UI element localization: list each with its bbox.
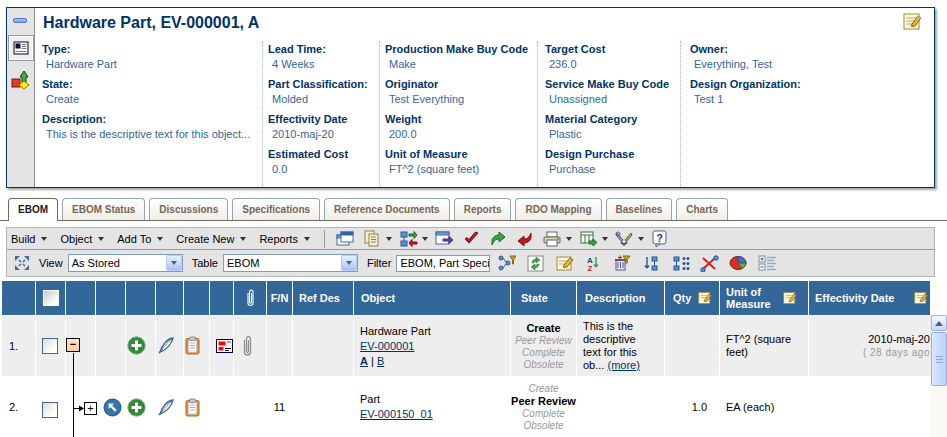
- header-fn[interactable]: F/N: [266, 281, 292, 315]
- filter-input[interactable]: EBOM, Part Specif: [396, 255, 490, 272]
- header-qty[interactable]: Qty: [664, 281, 719, 315]
- select-dropdown-button[interactable]: [166, 255, 182, 271]
- state-cell: Create Peer Review Complete Obsolete: [510, 377, 576, 437]
- field-value: 200.0: [385, 128, 535, 140]
- select-all-checkbox[interactable]: [43, 290, 59, 306]
- remove-filter-icon[interactable]: [612, 253, 633, 273]
- field-label: State:: [42, 78, 257, 90]
- state-other: Create: [511, 383, 576, 395]
- menu-reports[interactable]: Reports: [259, 233, 310, 245]
- promote-icon[interactable]: [10, 68, 32, 90]
- view-label: View: [39, 257, 63, 269]
- expand-node-toggle[interactable]: +: [84, 402, 97, 415]
- chart-icon[interactable]: [728, 253, 749, 273]
- tab-rdo-mapping[interactable]: RDO Mapping: [515, 198, 601, 220]
- chevron-down-icon[interactable]: [602, 237, 608, 241]
- tools-icon[interactable]: [614, 229, 635, 249]
- chevron-down-icon: [98, 237, 104, 241]
- export-table-icon[interactable]: [578, 229, 599, 249]
- chevron-down-icon[interactable]: [566, 237, 572, 241]
- export-window-icon[interactable]: [434, 229, 455, 249]
- scrollbar-thumb[interactable]: [931, 332, 947, 386]
- row-checkbox[interactable]: [42, 402, 58, 418]
- header-uom[interactable]: Unit of Measure: [719, 281, 808, 315]
- disconnect-icon[interactable]: [699, 253, 720, 273]
- print-icon[interactable]: [542, 229, 563, 249]
- tab-ebom[interactable]: EBOM: [8, 198, 58, 221]
- clipboard-icon[interactable]: [183, 398, 202, 419]
- menu-create-new[interactable]: Create New: [176, 233, 246, 245]
- properties-button[interactable]: [9, 36, 33, 60]
- state-other: Complete: [511, 347, 576, 359]
- add-icon[interactable]: [127, 398, 146, 419]
- expand-all-icon[interactable]: [11, 253, 32, 273]
- state-current: Create: [511, 322, 576, 335]
- edit-column-icon[interactable]: [783, 291, 797, 305]
- header-ref-des[interactable]: Ref Des: [292, 281, 353, 315]
- sort-structure-icon[interactable]: [641, 253, 662, 273]
- svg-text:?: ?: [657, 232, 664, 244]
- object-type: Part: [360, 392, 433, 407]
- header-object[interactable]: Object: [353, 281, 510, 315]
- field-value: 4 Weeks: [268, 58, 376, 70]
- attachment-icon[interactable]: [241, 334, 254, 360]
- help-icon[interactable]: ?: [650, 229, 671, 249]
- object-name-link[interactable]: EV-000001: [360, 340, 414, 352]
- header-state[interactable]: State: [510, 281, 576, 315]
- validate-check-icon[interactable]: [461, 229, 482, 249]
- scroll-up-button[interactable]: [931, 315, 947, 331]
- edit-details-icon[interactable]: [903, 12, 922, 31]
- table-label: Table: [192, 257, 218, 269]
- refresh-icon[interactable]: [525, 253, 546, 273]
- tab-charts[interactable]: Charts: [676, 198, 728, 220]
- structure-dots-icon[interactable]: [670, 253, 691, 273]
- tab-reference-documents[interactable]: Reference Documents: [324, 198, 450, 220]
- copy-icon[interactable]: [362, 229, 383, 249]
- header-description[interactable]: Description: [576, 281, 664, 315]
- object-name-link[interactable]: EV-000150_01: [360, 408, 433, 420]
- promote-arrow-icon[interactable]: [488, 229, 509, 249]
- edit-table-icon[interactable]: [554, 253, 575, 273]
- chevron-down-icon[interactable]: [386, 237, 392, 241]
- more-link[interactable]: (more): [607, 359, 639, 371]
- tab-specifications[interactable]: Specifications: [232, 198, 320, 220]
- menu-object[interactable]: Object: [60, 233, 104, 245]
- open-frame-icon[interactable]: [335, 229, 356, 249]
- preferences-list-icon[interactable]: [757, 253, 778, 273]
- menu-add-to[interactable]: Add To: [117, 233, 163, 245]
- tab-reports[interactable]: Reports: [454, 198, 512, 220]
- row-checkbox[interactable]: [42, 338, 58, 354]
- sort-az-icon[interactable]: AZ: [583, 253, 604, 273]
- goto-icon[interactable]: [103, 398, 122, 419]
- field-label: Production Make Buy Code: [385, 43, 535, 55]
- select-dropdown-button[interactable]: [341, 255, 357, 271]
- demote-arrow-icon[interactable]: [515, 229, 536, 249]
- tab-ebom-status[interactable]: EBOM Status: [62, 198, 145, 220]
- clipboard-icon[interactable]: [183, 336, 202, 357]
- revision-b-link[interactable]: B: [377, 355, 384, 367]
- chevron-down-icon[interactable]: [638, 237, 644, 241]
- edit-column-icon[interactable]: [698, 291, 712, 305]
- edit-feather-icon[interactable]: [157, 336, 176, 357]
- chevron-down-icon[interactable]: [422, 237, 428, 241]
- field-label: Lead Time:: [268, 43, 376, 55]
- menu-build[interactable]: Build: [11, 233, 47, 245]
- revision-a-link[interactable]: A: [360, 355, 368, 367]
- header-effectivity[interactable]: Effectivity Date: [808, 281, 930, 315]
- collapse-node-toggle[interactable]: −: [66, 338, 80, 352]
- vertical-scrollbar[interactable]: [931, 315, 947, 437]
- edit-feather-icon[interactable]: [157, 398, 176, 419]
- edit-column-icon[interactable]: [914, 291, 928, 305]
- paste-structure-icon[interactable]: [398, 229, 419, 249]
- view-select[interactable]: As Stored: [68, 254, 183, 272]
- state-cell: Create Peer Review Complete Obsolete: [510, 316, 576, 376]
- filter-structure-icon[interactable]: [496, 253, 517, 273]
- qty-cell: 1.0: [664, 377, 719, 437]
- tab-discussions[interactable]: Discussions: [149, 198, 228, 220]
- tab-baselines[interactable]: Baselines: [606, 198, 673, 220]
- image-icon[interactable]: [216, 339, 233, 355]
- table-select[interactable]: EBOM: [223, 254, 358, 272]
- field-label: Design Purchase: [545, 148, 678, 160]
- collapse-minus-icon[interactable]: [13, 18, 27, 23]
- add-icon[interactable]: [127, 336, 146, 357]
